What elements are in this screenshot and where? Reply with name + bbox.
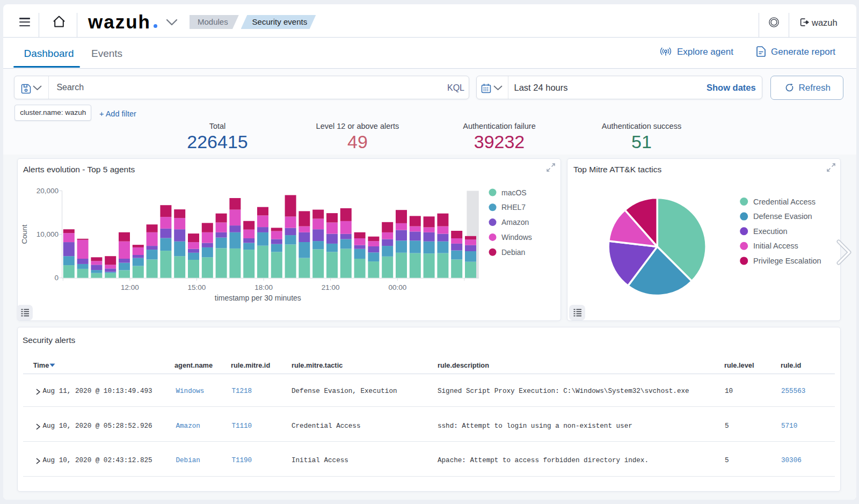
svg-text:00:00: 00:00 [388, 283, 406, 291]
svg-text:Amazon: Amazon [501, 218, 529, 227]
svg-text:Credential Access: Credential Access [753, 198, 816, 206]
svg-text:Debian: Debian [501, 248, 525, 257]
svg-text:21:00: 21:00 [322, 283, 340, 291]
svg-text:timestamp per 30 minutes: timestamp per 30 minutes [215, 294, 301, 302]
svg-text:12:00: 12:00 [121, 283, 139, 291]
svg-text:18:00: 18:00 [254, 283, 273, 291]
svg-text:20,000: 20,000 [37, 187, 59, 195]
svg-text:macOS: macOS [501, 188, 527, 197]
svg-text:0: 0 [54, 274, 59, 282]
svg-text:10,000: 10,000 [37, 230, 59, 238]
svg-text:Initial Access: Initial Access [753, 242, 798, 250]
svg-text:RHEL7: RHEL7 [501, 203, 526, 211]
svg-text:Windows: Windows [501, 233, 532, 242]
svg-text:Count: Count [20, 224, 28, 244]
svg-text:Execution: Execution [753, 227, 788, 236]
svg-text:15:00: 15:00 [188, 283, 206, 291]
svg-text:Defense Evasion: Defense Evasion [753, 212, 812, 221]
svg-text:Privilege Escalation: Privilege Escalation [753, 257, 821, 265]
